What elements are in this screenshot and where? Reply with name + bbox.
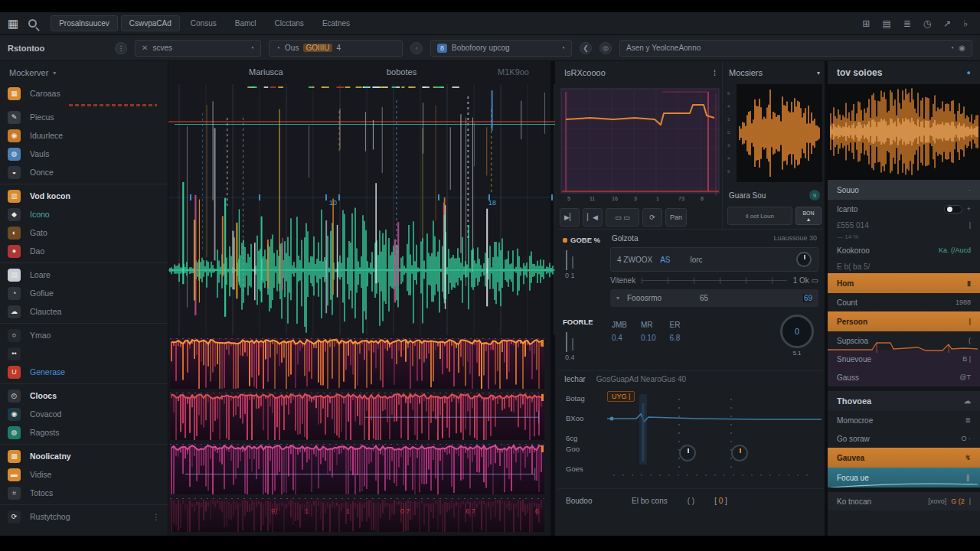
sidebar-item-caroaas[interactable]: ▦Caroaas bbox=[0, 84, 168, 103]
range-button[interactable]: ▭ ▭ bbox=[606, 208, 639, 227]
track-group-c[interactable]: M1K9oo bbox=[498, 67, 529, 77]
envelope-chart[interactable]: 5111631738 bbox=[558, 84, 722, 203]
list-icon[interactable]: ≣ bbox=[903, 18, 911, 29]
menu-tab-5[interactable]: Ecatnes bbox=[315, 16, 358, 31]
eq-footer-bracket[interactable]: [ 0 ] bbox=[714, 497, 727, 505]
list-item-count[interactable]: Count1988 bbox=[828, 293, 980, 311]
menu-tab-1[interactable]: CswvpaCAd bbox=[121, 15, 180, 31]
track-group-b[interactable]: bobotes bbox=[387, 67, 416, 77]
list-item-snuevoue[interactable]: SnuevoueB | bbox=[828, 350, 980, 368]
clock-icon[interactable]: ◷ bbox=[923, 18, 931, 29]
monitor-chip[interactable]: 9 bbox=[809, 190, 820, 201]
sidebar-header[interactable]: Mockerver ▾ bbox=[0, 61, 168, 84]
refresh-button[interactable]: ◦ bbox=[410, 42, 423, 54]
level-slider[interactable] bbox=[642, 277, 786, 285]
clip-row[interactable]: 4 ZWOOX AS lorc bbox=[610, 247, 818, 272]
param-jmb[interactable]: JMB0.4 bbox=[612, 321, 627, 342]
share-icon[interactable]: ↗ bbox=[943, 18, 951, 29]
search-bar[interactable]: Asen y YeolcneAonno ◔ ◉ bbox=[619, 40, 972, 57]
sidebar-item-vauls[interactable]: ◍Vauls bbox=[0, 145, 168, 163]
sidebar-item-oonce[interactable]: ◒Oonce bbox=[0, 163, 168, 181]
sidebar-item-noolicatny[interactable]: ▩Noolicatny bbox=[0, 447, 168, 465]
spectral-strip-2[interactable] bbox=[170, 393, 544, 440]
pan-knob[interactable] bbox=[796, 252, 812, 267]
card-icon[interactable]: ▤ bbox=[882, 18, 890, 29]
pan-button[interactable]: Pan bbox=[665, 208, 687, 227]
menu-button[interactable]: ◎ bbox=[599, 42, 612, 54]
back-button[interactable]: ❮ bbox=[580, 42, 592, 54]
menu-tab-4[interactable]: Clcctans bbox=[267, 16, 312, 31]
param-er[interactable]: ER6.8 bbox=[669, 321, 680, 342]
prev-button[interactable]: ▏◀ bbox=[583, 208, 603, 227]
sidebar-item-loare[interactable]: ▤Loare bbox=[0, 266, 168, 284]
sidebar-item-piecus[interactable]: ✎Piecus bbox=[0, 108, 168, 126]
kebab-menu-icon[interactable]: ⋮ bbox=[152, 513, 160, 521]
toggle-switch[interactable] bbox=[944, 205, 962, 214]
param-mr[interactable]: MR0.10 bbox=[641, 321, 655, 342]
master-knob[interactable]: 0 bbox=[780, 315, 814, 348]
list-item-thovoea[interactable]: Thovoea☁ bbox=[828, 386, 980, 411]
list-item-gauss[interactable]: Gauss@T bbox=[828, 368, 980, 386]
sidebar-item-clauctea[interactable]: ☁Clauctea bbox=[0, 302, 168, 321]
sidebar-item-blank[interactable]: •• bbox=[0, 344, 168, 363]
list-item-persoon[interactable]: Persoon| bbox=[828, 311, 980, 331]
sidebar-item-ragosts[interactable]: ◍Ragosts bbox=[0, 423, 168, 442]
sidebar-item-iduurlece[interactable]: ◉Iduurlece bbox=[0, 126, 168, 145]
dropdown-icon[interactable]: ◔ bbox=[250, 44, 254, 52]
eq-knob-2[interactable] bbox=[731, 445, 748, 461]
sidebar-item-icono[interactable]: ◆Icono bbox=[0, 205, 168, 223]
menu-tab-2[interactable]: Consus bbox=[183, 16, 224, 31]
loop-button[interactable]: ⟳ bbox=[642, 208, 662, 227]
list-item-momocroe[interactable]: Momocroe≣ bbox=[828, 411, 980, 429]
inspector-waveform[interactable] bbox=[828, 84, 980, 180]
sidebar-item-dao[interactable]: ●Dao bbox=[0, 242, 168, 260]
sidebar-item-cloocs[interactable]: ◴Cloocs bbox=[0, 386, 168, 405]
eq-knob-1[interactable] bbox=[679, 445, 696, 461]
library-field[interactable]: 8 Bobofoory upcog ◔ bbox=[430, 40, 572, 57]
clear-icon[interactable]: ✕ bbox=[142, 44, 148, 52]
list-item-go-soraw[interactable]: Go sorawO · bbox=[828, 429, 980, 448]
clock-icon[interactable]: ◔ bbox=[949, 44, 954, 52]
chevron-down-icon[interactable]: ▾ bbox=[817, 70, 820, 77]
list-item-ko-tnocan[interactable]: Ko tnocan[xovo] G (2 | bbox=[828, 487, 980, 510]
options-button[interactable]: ⋮ bbox=[115, 42, 127, 54]
sidebar-item-vidise[interactable]: ▬Vidise bbox=[0, 465, 168, 484]
channel-a-meters[interactable] bbox=[566, 250, 604, 270]
user-field[interactable]: ◔ Ous GOIIIU 4 bbox=[269, 40, 403, 57]
list-item-souuo[interactable]: Souuo· bbox=[828, 180, 980, 200]
track-group-a[interactable]: Mariusca bbox=[249, 67, 283, 77]
timeline-canvas[interactable]: 1018 bbox=[168, 84, 555, 335]
sidebar-item-gofiue[interactable]: ◔Gofiue bbox=[0, 284, 168, 302]
sidebar-item-generase[interactable]: UGenerase bbox=[0, 363, 168, 381]
app-logo-icon[interactable]: ▦ bbox=[8, 17, 18, 31]
effect-row[interactable]: ▾ Fooosrmo 65 69 bbox=[610, 289, 818, 307]
sidebar-item-covacod[interactable]: ◉Covacod bbox=[0, 405, 168, 423]
search-icon[interactable] bbox=[28, 19, 37, 28]
dropdown-icon[interactable]: ◔ bbox=[560, 44, 565, 52]
eq-footer-item[interactable]: El bo cons bbox=[632, 497, 668, 505]
kebab-menu-icon[interactable]: ⁞ bbox=[714, 68, 716, 77]
eq-footer-item[interactable]: ( ) bbox=[688, 497, 694, 505]
flag-icon[interactable]: ♭ bbox=[963, 18, 968, 29]
search-field[interactable]: ✕ scves ◔ bbox=[135, 40, 261, 57]
spectral-strip-4[interactable]: 9)110 76 76 bbox=[170, 498, 544, 532]
monitor-wide-button[interactable]: il oot Loun bbox=[727, 207, 792, 225]
play-button[interactable]: ▶▏ bbox=[560, 208, 580, 227]
sidebar-item-gato[interactable]: ◐Gato bbox=[0, 223, 168, 242]
spectral-strip-1[interactable] bbox=[170, 338, 544, 389]
list-item-focua-ue[interactable]: Focua ue❚ bbox=[828, 468, 980, 487]
list-item-icanto[interactable]: Icanto+ bbox=[828, 200, 980, 218]
list-item-supscioa[interactable]: Supscioa( bbox=[828, 331, 980, 350]
channel-b-meters[interactable] bbox=[566, 332, 604, 352]
bounce-button[interactable]: BON ▲ bbox=[795, 207, 822, 225]
list-item-e-b-ba-5-[interactable]: E b( ba 5/ bbox=[828, 259, 980, 273]
list-item--555-014[interactable]: £555 014| bbox=[828, 218, 980, 232]
menu-tab-3[interactable]: Bamcl bbox=[227, 16, 264, 31]
list-item-hom[interactable]: Hom▮ bbox=[828, 273, 980, 293]
sidebar-item-totocs[interactable]: ⌗Totocs bbox=[0, 484, 168, 502]
menu-tab-0[interactable]: Prosalnsuucev bbox=[51, 15, 118, 31]
list-item--14-[interactable]: — 14 % bbox=[828, 232, 980, 241]
target-icon[interactable]: ◉ bbox=[959, 44, 965, 52]
spectral-strip-3[interactable] bbox=[170, 444, 544, 494]
eq-curve[interactable] bbox=[606, 388, 823, 478]
